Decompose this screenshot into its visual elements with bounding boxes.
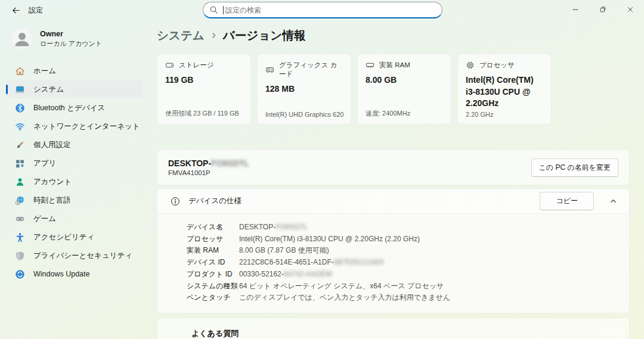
card-label: ストレージ [179,61,214,70]
sidebar-item-personalization[interactable]: 個人用設定 [6,136,143,154]
device-name-panel: DESKTOP-FO9SDTL FMVA41001P この PC の名前を変更 [157,150,630,185]
accessibility-icon [15,232,25,242]
spec-row-device-name: デバイス名 DESKTOP-FO9SDTL [187,222,629,234]
device-specs-body: デバイス名 DESKTOP-FO9SDTL プロセッサ Intel(R) Cor… [157,214,629,313]
user-name: Owner [40,30,102,38]
faq-expander[interactable]: よくある質問 [157,318,630,339]
device-name: DESKTOP-FO9SDTL [168,158,249,168]
accounts-icon [15,177,25,187]
sidebar-item-privacy-security[interactable]: プライバシーとセキュリティ [6,247,143,265]
sidebar-item-label: アプリ [33,158,56,169]
close-button[interactable] [617,0,644,19]
windows-update-icon [15,269,25,279]
collapse-button[interactable] [607,195,620,207]
network-icon [15,122,25,132]
bluetooth-icon [15,103,25,113]
minimize-button[interactable] [562,0,589,19]
device-specs-panel: デバイスの仕様 コピー デバイス名 DESKTOP-FO9SDTL プロセッサ … [157,188,630,313]
faq-title: よくある質問 [191,329,239,338]
storage-card: ストレージ 119 GB 使用領域 23 GB / 119 GB [157,54,251,125]
device-specs-title: デバイスの仕様 [188,196,540,206]
window-controls [562,0,644,19]
search-box[interactable] [203,2,442,18]
spec-row-product-id: プロダクト ID 00330-52162-64742-AAOEM [187,269,629,281]
sidebar-item-system[interactable]: システム [6,80,143,98]
system-icon [15,85,25,95]
sidebar-item-gaming[interactable]: ゲーム [6,210,143,228]
home-icon [15,66,25,76]
apps-icon [15,158,25,169]
search-icon [209,5,218,14]
card-value: Intel(R) Core(TM) i3-8130U CPU @ 2.20GHz [466,74,543,110]
breadcrumb-system[interactable]: システム [157,27,205,43]
gaming-icon [15,214,25,224]
sidebar: Owner ローカル アカウント ホーム システム Bluetooth とデバイ… [0,20,149,339]
graphics-card-card: グラフィックス カード 128 MB Intel(R) UHD Graphics… [257,54,351,125]
sidebar-item-accounts[interactable]: アカウント [6,173,143,191]
sidebar-item-label: Windows Update [33,270,90,278]
sidebar-item-label: 個人用設定 [33,140,71,150]
card-value: 8.00 GB [366,74,443,86]
copy-button[interactable]: コピー [540,192,594,210]
back-button[interactable] [6,2,25,18]
sidebar-item-accessibility[interactable]: アクセシビリティ [6,228,143,246]
personalization-icon [15,140,25,150]
sidebar-item-label: 時刻と言語 [33,195,71,206]
card-label: プロセッサ [479,61,515,70]
card-footer: Intel(R) UHD Graphics 620 [265,111,347,118]
spec-row-system-type: システムの種類 64 ビット オペレーティング システム、x64 ベース プロセ… [187,281,629,293]
gpu-icon [265,66,274,74]
search-input[interactable] [225,6,436,14]
processor-card: プロセッサ Intel(R) Core(TM) i3-8130U CPU @ 2… [457,54,552,125]
titlebar: 設定 [0,0,644,20]
ram-icon [366,61,374,70]
sidebar-item-time-language[interactable]: 時刻と言語 [6,191,143,209]
redacted-text: 6B7D55121833 [334,258,383,266]
avatar [11,27,33,50]
redacted-text: FO9SDTL [275,223,308,231]
time-language-icon [15,195,25,206]
sidebar-item-label: Bluetooth とデバイス [33,103,105,113]
breadcrumb: システム バージョン情報 [157,27,630,43]
sidebar-item-bluetooth-devices[interactable]: Bluetooth とデバイス [6,99,143,117]
sidebar-item-label: ホーム [33,66,56,76]
storage-icon [165,61,174,70]
spec-row-pen-touch: ペンとタッチ このディスプレイでは、ペン入力とタッチ入力は利用できません [187,292,629,304]
privacy-icon [15,251,25,261]
device-model: FMVA41001P [168,169,249,176]
sidebar-item-home[interactable]: ホーム [6,62,143,80]
user-account[interactable]: Owner ローカル アカウント [0,20,149,54]
sidebar-item-windows-update[interactable]: Windows Update [6,265,143,283]
restore-button[interactable] [589,0,617,19]
sidebar-item-apps[interactable]: アプリ [6,154,143,172]
sidebar-item-label: プライバシーとセキュリティ [33,251,132,261]
chevron-up-icon [609,197,617,205]
user-account-type: ローカル アカウント [40,39,102,48]
text-cursor [223,6,224,14]
card-value: 128 MB [265,83,343,95]
app-title: 設定 [29,5,43,15]
device-specs-header[interactable]: デバイスの仕様 コピー [157,189,629,214]
sidebar-nav: ホーム システム Bluetooth とデバイス ネットワークとインターネット … [0,62,149,283]
breadcrumb-chevron-icon [210,32,218,39]
sidebar-item-network-internet[interactable]: ネットワークとインターネット [6,117,143,135]
spec-summary-cards: ストレージ 119 GB 使用領域 23 GB / 119 GB グラフィックス… [157,54,630,125]
back-arrow-icon [11,6,20,15]
spec-row-ram: 実装 RAM 8.00 GB (7.87 GB 使用可能) [187,245,629,257]
card-value: 119 GB [165,74,243,86]
card-label: グラフィックス カード [279,61,343,79]
spec-row-processor: プロセッサ Intel(R) Core(TM) i3-8130U CPU @ 2… [187,234,629,245]
installed-ram-card: 実装 RAM 8.00 GB 速度: 2400MHz [357,54,451,125]
sidebar-item-label: システム [33,85,64,95]
card-footer: 速度: 2400MHz [366,109,447,118]
info-icon [171,197,180,206]
sidebar-item-label: ゲーム [33,214,56,224]
cpu-icon [466,61,475,70]
device-name-redacted: FO9SDTL [211,158,249,168]
card-footer: 使用領域 23 GB / 119 GB [165,109,247,118]
restore-icon [599,5,607,14]
rename-pc-button[interactable]: この PC の名前を変更 [531,158,618,177]
sidebar-item-label: ネットワークとインターネット [33,122,140,132]
spec-row-device-id: デバイス ID 2212C8C6-514E-4651-A1DF-6B7D5512… [187,257,629,269]
main-content: システム バージョン情報 ストレージ 119 GB 使用領域 23 GB / 1… [157,20,630,339]
